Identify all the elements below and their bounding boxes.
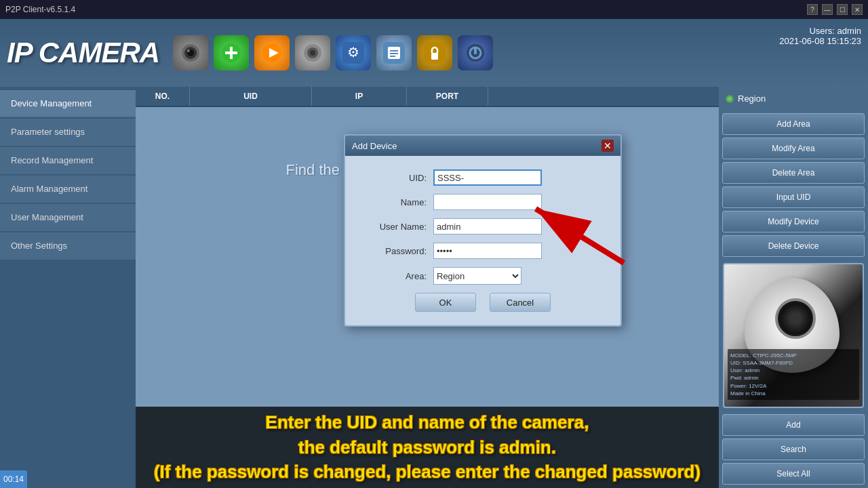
uid-row: UID:: [366, 169, 600, 186]
username-label: User Name:: [366, 222, 433, 232]
password-input[interactable]: [433, 243, 542, 259]
col-port: PORT: [407, 87, 488, 106]
password-label: Password:: [366, 246, 433, 256]
table-header: NO. UID IP PORT: [136, 87, 719, 107]
area-select[interactable]: Region: [433, 267, 521, 285]
password-row: Password:: [366, 243, 600, 259]
instruction-text: Enter the UID and name of the camera, th…: [154, 410, 701, 484]
svg-rect-20: [431, 53, 438, 60]
uid-label: UID:: [366, 173, 433, 183]
user-info-panel: Users: admin 2021-06-08 15:15:23: [779, 26, 861, 46]
add-area-button[interactable]: Add Area: [722, 113, 865, 135]
col-no: NO.: [136, 87, 190, 106]
center-panel: NO. UID IP PORT Find the UID at this pos…: [136, 87, 719, 488]
input-uid-button[interactable]: Input UID: [722, 186, 865, 208]
camera-lens-shape: [775, 298, 816, 339]
toolbar-icons: ⚙: [173, 35, 493, 70]
svg-point-3: [187, 49, 190, 52]
add-button[interactable]: Add: [722, 414, 865, 436]
username-input[interactable]: [433, 218, 542, 235]
add-device-dialog: Add Device ✕ UID: Name:: [344, 134, 622, 327]
search-button[interactable]: Search: [722, 439, 865, 460]
main-area: Device Management Parameter settings Rec…: [0, 87, 868, 488]
power-icon[interactable]: [458, 35, 493, 70]
col-uid: UID: [190, 87, 312, 106]
camera-preview: MODEL: CTIPC-295C-5MP UID: SSAA-3MM7-F80…: [723, 263, 864, 408]
window-controls: ? — ☐ ✕: [807, 4, 863, 15]
sidebar-item-other-settings[interactable]: Other Settings: [0, 232, 136, 260]
cancel-button[interactable]: Cancel: [490, 293, 551, 312]
log-icon[interactable]: [376, 35, 412, 70]
modify-device-button[interactable]: Modify Device: [722, 211, 865, 232]
dialog-close-button[interactable]: ✕: [601, 140, 614, 152]
svg-rect-23: [474, 47, 477, 54]
minimize-button[interactable]: —: [822, 4, 833, 15]
name-input[interactable]: [433, 194, 542, 210]
delete-area-button[interactable]: Delete Area: [722, 162, 865, 184]
dialog-title: Add Device: [352, 141, 397, 151]
camera-info-label: MODEL: CTIPC-295C-5MP UID: SSAA-3MM7-F80…: [728, 349, 859, 400]
svg-rect-16: [390, 50, 398, 52]
add-device-icon[interactable]: [214, 35, 249, 70]
area-label: Area:: [366, 271, 433, 281]
svg-point-11: [310, 50, 315, 56]
username-row: User Name:: [366, 218, 600, 235]
right-panel: Region Add Area Modify Area Delete Area …: [719, 87, 868, 488]
app-logo: IP CAMERA: [7, 37, 159, 69]
svg-rect-18: [390, 56, 395, 57]
region-status-dot: [726, 95, 734, 103]
delete-device-button[interactable]: Delete Device: [722, 235, 865, 257]
dialog-body: UID: Name: User Name: Pass: [345, 156, 620, 325]
sidebar: Device Management Parameter settings Rec…: [0, 87, 136, 488]
datetime-display: 2021-06-08 15:15:23: [779, 36, 861, 46]
select-all-button[interactable]: Select All: [722, 463, 865, 485]
dialog-buttons: OK Cancel: [366, 293, 600, 312]
timer-badge: 00:14: [0, 470, 27, 488]
instruction-bar: Enter the UID and name of the camera, th…: [136, 407, 719, 488]
name-row: Name:: [366, 194, 600, 210]
svg-text:⚙: ⚙: [347, 45, 359, 60]
name-label: Name:: [366, 197, 433, 207]
playback-icon[interactable]: [254, 35, 290, 70]
ptz-icon[interactable]: [295, 35, 330, 70]
settings-icon[interactable]: ⚙: [336, 35, 371, 70]
close-button[interactable]: ✕: [852, 4, 863, 15]
ok-button[interactable]: OK: [415, 293, 476, 312]
sidebar-item-alarm-management[interactable]: Alarm Management: [0, 176, 136, 203]
user-label: Users: admin: [779, 26, 861, 36]
svg-rect-6: [225, 52, 237, 54]
camera-label-text: MODEL: CTIPC-295C-5MP UID: SSAA-3MM7-F80…: [730, 352, 856, 397]
maximize-button[interactable]: ☐: [837, 4, 848, 15]
dialog-titlebar: Add Device ✕: [345, 136, 620, 156]
toolbar: IP CAMERA ⚙ Users: admin 2021-06-08 15:1…: [0, 19, 868, 87]
area-row: Area: Region: [366, 267, 600, 285]
camera-icon[interactable]: [173, 35, 208, 70]
col-ip: IP: [312, 87, 407, 106]
lock-icon[interactable]: [417, 35, 452, 70]
uid-input[interactable]: [433, 169, 542, 186]
app-title-bar: P2P Client-v6.5.1.4: [5, 5, 75, 14]
sidebar-item-device-management[interactable]: Device Management: [0, 90, 136, 117]
sidebar-item-parameter-settings[interactable]: Parameter settings: [0, 119, 136, 146]
svg-rect-17: [390, 53, 398, 54]
sidebar-item-user-management[interactable]: User Management: [0, 204, 136, 231]
region-label: Region: [722, 90, 865, 107]
sidebar-item-record-management[interactable]: Record Management: [0, 147, 136, 174]
titlebar: P2P Client-v6.5.1.4 ? — ☐ ✕: [0, 0, 868, 19]
modify-area-button[interactable]: Modify Area: [722, 138, 865, 159]
help-button[interactable]: ?: [807, 4, 818, 15]
